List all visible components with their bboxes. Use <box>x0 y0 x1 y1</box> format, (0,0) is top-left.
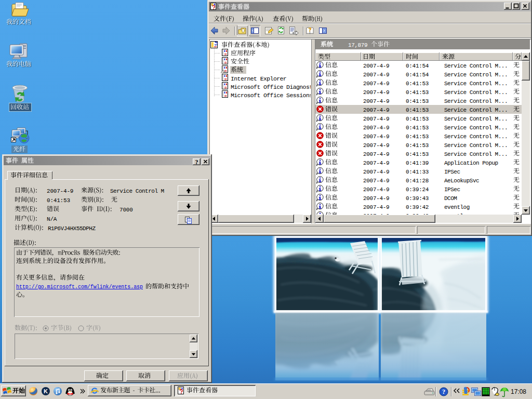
svg-text:?: ? <box>308 26 312 33</box>
svg-text:K: K <box>44 388 48 394</box>
svg-text:?: ? <box>195 158 198 165</box>
svg-text:?: ? <box>442 388 445 395</box>
